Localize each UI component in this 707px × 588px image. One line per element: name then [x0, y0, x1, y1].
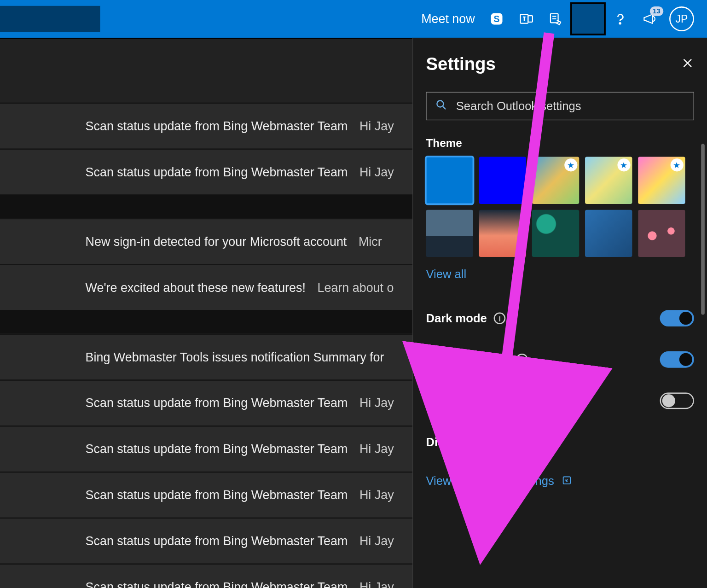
theme-tile[interactable]: [426, 157, 473, 204]
svg-point-7: [620, 23, 621, 24]
list-header-area: [0, 38, 412, 103]
avatar[interactable]: JP: [669, 6, 694, 31]
display-density-row: Display density i: [426, 421, 694, 463]
message-row[interactable]: Scan status update from Bing Webmaster T…: [0, 103, 412, 149]
focused-inbox-toggle[interactable]: [660, 351, 694, 368]
meet-now-button[interactable]: Meet now: [407, 4, 482, 34]
desktop-notifications-row: Desktop notifications i: [426, 380, 694, 422]
display-density-label: Display density: [426, 435, 512, 448]
theme-tile[interactable]: [426, 210, 473, 257]
message-row[interactable]: Bing Webmaster Tools issues notification…: [0, 333, 412, 379]
theme-tile[interactable]: [479, 210, 526, 257]
help-icon[interactable]: [606, 4, 635, 34]
message-row[interactable]: Scan status update from Bing Webmaster T…: [0, 425, 412, 472]
message-row[interactable]: We're excited about these new features!L…: [0, 264, 412, 310]
svg-text:S: S: [494, 14, 500, 24]
theme-tile[interactable]: ★: [532, 157, 579, 204]
svg-point-8: [437, 100, 443, 107]
view-all-settings-label: View all Outlook settings: [426, 474, 554, 488]
search-icon: [435, 98, 448, 114]
close-icon: [681, 61, 694, 71]
theme-tile[interactable]: [479, 157, 526, 204]
main-area: Scan status update from Bing Webmaster T…: [0, 38, 707, 588]
close-button[interactable]: [681, 57, 694, 72]
info-icon[interactable]: i: [520, 436, 532, 448]
theme-grid: ★ ★ ★: [426, 157, 694, 257]
desktop-notifications-toggle[interactable]: [660, 392, 694, 409]
app-header: Meet now S 13 JP: [0, 0, 707, 38]
message-row[interactable]: Scan status update from Bing Webmaster T…: [0, 149, 412, 195]
message-list: Scan status update from Bing Webmaster T…: [0, 38, 412, 588]
dark-mode-toggle[interactable]: [660, 310, 694, 326]
premium-star-icon: ★: [671, 158, 684, 171]
message-row[interactable]: Scan status update from Bing Webmaster T…: [0, 518, 412, 564]
focused-inbox-row: Focused Inbox i: [426, 339, 694, 380]
skype-icon[interactable]: S: [482, 4, 511, 34]
settings-button[interactable]: [570, 2, 606, 35]
focused-inbox-label: Focused Inbox: [426, 353, 509, 366]
theme-tile[interactable]: ★: [585, 157, 632, 204]
message-row[interactable]: Scan status update from Bing Webmaster T…: [0, 379, 412, 425]
settings-search-input[interactable]: Search Outlook settings: [426, 92, 694, 120]
search-placeholder: Search Outlook settings: [456, 99, 581, 113]
premium-star-icon: ★: [564, 158, 577, 171]
settings-panel: Settings Search Outlook settings Theme ★…: [412, 38, 707, 588]
notes-icon[interactable]: [541, 4, 570, 34]
dark-mode-label: Dark mode: [426, 311, 487, 325]
meet-now-label: Meet now: [421, 12, 475, 26]
open-icon: [561, 475, 572, 488]
theme-tile[interactable]: [585, 210, 632, 257]
message-row[interactable]: Scan status update from Bing Webmaster T…: [0, 472, 412, 518]
premium-star-icon: ★: [617, 158, 630, 171]
info-icon[interactable]: i: [516, 354, 528, 366]
desktop-notifications-label: Desktop notifications: [426, 394, 545, 408]
view-all-settings-link[interactable]: View all Outlook settings: [426, 474, 694, 488]
theme-label: Theme: [426, 137, 694, 150]
theme-tile[interactable]: [638, 210, 685, 257]
dark-mode-row: Dark mode i: [426, 297, 694, 339]
message-row[interactable]: Scan status update from Bing Webmaster T…: [0, 564, 412, 588]
settings-title: Settings: [426, 54, 495, 75]
svg-rect-4: [528, 16, 533, 22]
message-row[interactable]: New sign-in detected for your Microsoft …: [0, 218, 412, 264]
scrollbar[interactable]: [701, 144, 705, 314]
teams-icon[interactable]: [511, 4, 541, 34]
notification-badge: 13: [649, 6, 663, 16]
theme-tile[interactable]: ★: [638, 157, 685, 204]
svg-rect-5: [551, 14, 558, 23]
info-icon[interactable]: i: [553, 395, 565, 407]
header-search-area[interactable]: [0, 6, 100, 32]
info-icon[interactable]: i: [494, 312, 506, 324]
view-all-themes-link[interactable]: View all: [426, 268, 466, 281]
megaphone-icon[interactable]: 13: [635, 4, 665, 34]
avatar-initials: JP: [676, 13, 688, 25]
theme-tile[interactable]: [532, 210, 579, 257]
